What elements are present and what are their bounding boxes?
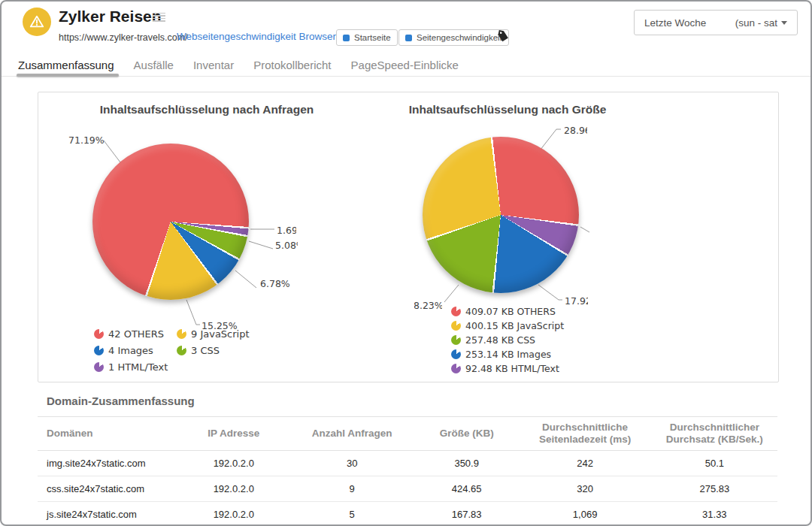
chart-title-size: Inhaltsaufschlüsselung nach Größe (398, 103, 617, 116)
page: Zylker Reisen https://www.zylker-travels… (0, 0, 812, 526)
pie-label-html-requests: 1.69% (277, 225, 296, 236)
col-ip-adresse: IP Adresse (178, 417, 289, 451)
period-range: (sun - sat (735, 17, 777, 29)
warning-triangle-icon (29, 14, 45, 30)
tab-zusammenfassung[interactable]: Zusammenfassung (18, 59, 114, 71)
legend-item-javascript-requests[interactable]: 9 JavaScript (177, 328, 250, 340)
cell-loadtime: 242 (519, 451, 652, 476)
cell-throughput: 275.83 (652, 476, 777, 502)
cell-requests: 5 (289, 502, 415, 526)
col-domaenen: Domänen (38, 417, 178, 451)
chip-startseite[interactable]: Startseite (336, 29, 398, 46)
pie-chart-size[interactable] (423, 137, 579, 293)
tab-ausfaelle[interactable]: Ausfälle (134, 59, 174, 71)
table-header-row: Domänen IP Adresse Anzahl Anfragen Größe… (38, 417, 777, 451)
col-groesse: Größe (KB) (415, 417, 519, 451)
legend-item-css-requests[interactable]: 3 CSS (177, 345, 220, 356)
legend-item-images-size[interactable]: 253.14 KB Images (451, 349, 551, 360)
pie-label-others-size: 28.96% (564, 125, 587, 136)
period-label: Letzte Woche (644, 17, 706, 29)
cell-domain: css.site24x7static.com (38, 476, 178, 502)
domain-summary-table: Domänen IP Adresse Anzahl Anfragen Größe… (38, 416, 777, 526)
cell-size: 350.9 (415, 451, 519, 476)
legend-pie-icon (451, 349, 461, 359)
legend-item-others-requests[interactable]: 42 OTHERS (94, 328, 164, 340)
cell-requests: 30 (289, 451, 415, 476)
table-row: css.site24x7static.com 192.0.2.0 9 424.6… (38, 476, 777, 502)
page-title: Zylker Reisen (59, 8, 162, 26)
cell-domain: js.site24x7static.com (38, 502, 178, 526)
tab-pagespeed-einblicke[interactable]: PageSpeed-Einblicke (351, 59, 459, 71)
pie-label-others-requests: 71.19% (68, 135, 105, 146)
tab-inventar[interactable]: Inventar (193, 59, 234, 71)
cell-throughput: 50.1 (652, 451, 777, 476)
chip-label: Startseite (354, 33, 391, 42)
cell-requests: 9 (289, 476, 415, 502)
pie-label-images-requests: 6.78% (260, 278, 290, 289)
content-breakdown-card: Inhaltsaufschlüsselung nach Anfragen Inh… (38, 92, 779, 382)
cell-size: 424.65 (415, 476, 519, 502)
monitor-status-icon (23, 8, 51, 36)
chip-color-square (343, 35, 350, 41)
chip-label: Seitengeschwindigkeit (417, 33, 502, 42)
legend-pie-icon (94, 346, 104, 355)
legend-pie-icon (177, 329, 186, 339)
time-period-dropdown[interactable]: Letzte Woche (sun - sat (634, 10, 798, 35)
tab-protokollbericht[interactable]: Protokollbericht (253, 59, 331, 71)
cell-ip: 192.0.2.0 (178, 476, 289, 502)
monitor-type-link[interactable]: Webseitengeschwindigkeit Browser() (177, 31, 343, 42)
pie-label-images-size: 17.92% (565, 295, 588, 307)
domain-summary-title: Domain-Zusammenfassung (47, 394, 195, 407)
legend-item-html-size[interactable]: 92.48 KB HTML/Text (451, 363, 559, 374)
legend-pie-icon (451, 335, 461, 345)
chip-seitengeschwindigkeit[interactable]: Seitengeschwindigkeit (398, 29, 509, 46)
cell-loadtime: 320 (519, 476, 652, 502)
legend-item-images-requests[interactable]: 4 Images (94, 345, 153, 356)
legend-pie-icon (177, 346, 186, 355)
table-row: img.site24x7static.com 192.0.2.0 30 350.… (38, 451, 777, 476)
cell-loadtime: 1,069 (519, 502, 652, 526)
legend-pie-icon (94, 329, 104, 339)
legend-item-css-size[interactable]: 257.48 KB CSS (451, 334, 535, 346)
cell-throughput: 31.33 (652, 502, 777, 526)
tab-bar: Zusammenfassung Ausfälle Inventar Protok… (2, 54, 810, 77)
legend-pie-icon (94, 362, 104, 372)
pie-chart-requests[interactable] (92, 144, 249, 300)
legend-item-others-size[interactable]: 409.07 KB OTHERS (451, 306, 556, 317)
legend-item-html-requests[interactable]: 1 HTML/Text (94, 361, 168, 373)
pie-label-css-requests: 5.08% (275, 240, 298, 251)
col-anzahl-anfragen: Anzahl Anfragen (289, 417, 415, 451)
col-durchsatz: Durchschnittlicher Durchsatz (KB/Sek.) (652, 417, 777, 451)
chip-color-square (405, 35, 412, 41)
legend-item-javascript-size[interactable]: 400.15 KB JavaScript (451, 320, 564, 331)
pie-label-css-size: 18.23% (414, 300, 442, 311)
chart-title-requests: Inhaltsaufschlüsselung nach Anfragen (74, 103, 339, 116)
cell-size: 167.83 (415, 502, 519, 526)
tag-icon[interactable] (496, 29, 510, 43)
monitor-url: https://www.zylker-travels.com/ (59, 32, 188, 43)
cell-ip: 192.0.2.0 (178, 451, 289, 476)
cell-ip: 192.0.2.0 (178, 502, 289, 526)
hamburger-menu-icon[interactable] (153, 13, 165, 23)
legend-pie-icon (451, 307, 461, 316)
table-row: js.site24x7static.com 192.0.2.0 5 167.83… (38, 502, 777, 526)
legend-pie-icon (451, 321, 461, 331)
chevron-down-icon (781, 21, 787, 25)
col-seitenladezeit: Durchschnittliche Seitenladezeit (ms) (519, 417, 652, 451)
legend-pie-icon (451, 364, 461, 373)
cell-domain: img.site24x7static.com (38, 451, 178, 476)
